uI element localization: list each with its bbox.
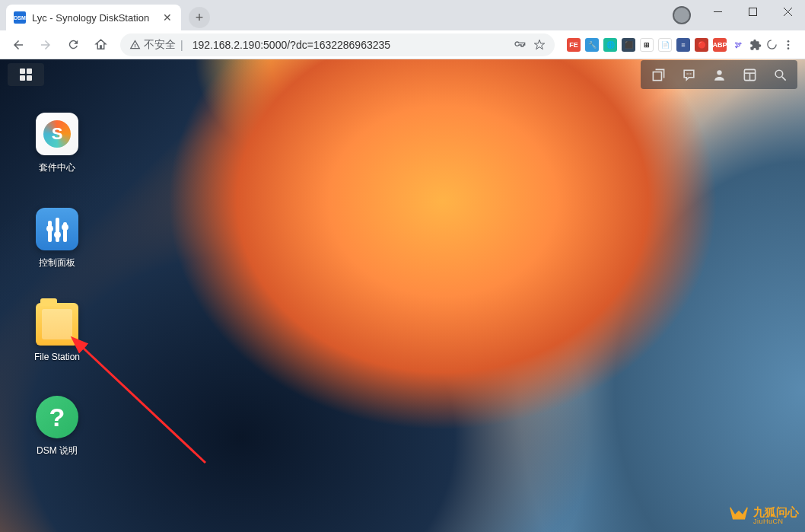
fox-icon (727, 505, 750, 527)
control-panel-icon (36, 208, 78, 250)
reload-button[interactable] (61, 33, 85, 57)
address-bar[interactable]: 不安全 | 192.168.2.190:5000/?dc=16322869632… (120, 33, 555, 56)
svg-point-11 (690, 73, 692, 75)
apps-grid-icon (20, 68, 32, 81)
notifications-button[interactable] (673, 62, 704, 87)
desktop-icon-label: 套件中心 (39, 161, 75, 174)
desktop-icon-dsm-help[interactable]: ? DSM 说明 (23, 396, 91, 457)
extension-icon[interactable]: 🔧 (585, 38, 599, 52)
close-window-button[interactable] (770, 0, 805, 23)
svg-point-6 (788, 43, 790, 46)
dsm-help-icon: ? (36, 396, 78, 438)
tab-favicon: DSM (14, 11, 26, 24)
download-progress-icon[interactable] (766, 39, 778, 50)
desktop-icons: 套件中心 控制面板 File Station ? DSM 说明 (23, 113, 91, 457)
watermark: 九狐问心 JiuHuCN (727, 505, 799, 527)
svg-point-10 (688, 73, 689, 75)
browser-titlebar: DSM Lyc - Synology DiskStation ✕ + (0, 0, 805, 30)
extension-icon[interactable]: ⊞ (640, 38, 654, 52)
svg-point-16 (775, 70, 782, 78)
desktop-icon-label: 控制面板 (39, 256, 75, 269)
desktop-icon-label: File Station (34, 352, 80, 362)
security-label: 不安全 (144, 38, 176, 52)
chrome-profile-avatar[interactable] (673, 6, 691, 24)
dsm-desktop: 套件中心 控制面板 File Station ? DSM 说明 九狐问心 Jiu… (0, 59, 805, 532)
desktop-icon-file-station[interactable]: File Station (23, 303, 91, 362)
svg-rect-1 (749, 8, 756, 15)
home-button[interactable] (88, 33, 113, 57)
extension-icon[interactable]: 🕊 (731, 38, 745, 52)
extension-icon[interactable]: 📄 (658, 38, 672, 52)
back-button[interactable] (6, 33, 30, 57)
extension-icon[interactable]: ≡ (676, 38, 690, 52)
window-controls (700, 0, 805, 23)
extension-icon[interactable]: ⬛ (622, 38, 635, 52)
tab-close-button[interactable]: ✕ (161, 11, 173, 24)
svg-point-5 (788, 40, 790, 43)
extension-icon[interactable]: 🌐 (603, 38, 617, 52)
bookmark-star-icon[interactable] (533, 39, 546, 51)
key-icon[interactable] (514, 39, 526, 51)
watermark-text-en: JiuHuCN (753, 518, 799, 526)
svg-point-4 (768, 40, 776, 49)
url-text: 192.168.2.190:5000/?dc=1632286963235 (192, 39, 514, 51)
svg-point-7 (788, 47, 790, 49)
file-station-icon (36, 303, 78, 346)
chrome-menu-icon[interactable] (782, 39, 794, 51)
svg-line-17 (781, 76, 785, 80)
dsm-taskbar (0, 59, 805, 90)
svg-point-9 (686, 73, 688, 75)
package-center-icon (36, 113, 78, 155)
warning-icon (129, 39, 141, 50)
extension-icon[interactable]: ABP (713, 38, 727, 52)
extensions-area: FE 🔧 🌐 ⬛ ⊞ 📄 ≡ 🔴 ABP 🕊 (562, 38, 799, 52)
browser-toolbar: 不安全 | 192.168.2.190:5000/?dc=16322869632… (0, 30, 805, 59)
svg-point-12 (717, 70, 721, 75)
widget-button[interactable] (643, 62, 673, 87)
maximize-button[interactable] (735, 0, 770, 23)
user-button[interactable] (704, 62, 734, 87)
tab-title: Lyc - Synology DiskStation (32, 12, 161, 24)
browser-tab[interactable]: DSM Lyc - Synology DiskStation ✕ (6, 5, 181, 30)
extensions-puzzle-icon[interactable] (749, 39, 762, 51)
svg-rect-8 (653, 72, 661, 80)
minimize-button[interactable] (700, 0, 735, 23)
desktop-icon-control-panel[interactable]: 控制面板 (23, 208, 91, 269)
watermark-text-cn: 九狐问心 (753, 506, 799, 519)
security-indicator[interactable]: 不安全 | (129, 38, 185, 52)
search-button[interactable] (765, 62, 795, 87)
extension-icon[interactable]: FE (567, 38, 581, 52)
wallpaper (0, 59, 805, 532)
main-menu-button[interactable] (8, 63, 44, 86)
new-tab-button[interactable]: + (189, 7, 210, 28)
extension-icon[interactable]: 🔴 (695, 38, 708, 52)
desktop-icon-package-center[interactable]: 套件中心 (23, 113, 91, 174)
dashboard-button[interactable] (734, 62, 765, 87)
desktop-icon-label: DSM 说明 (37, 444, 78, 457)
forward-button[interactable] (33, 33, 58, 57)
